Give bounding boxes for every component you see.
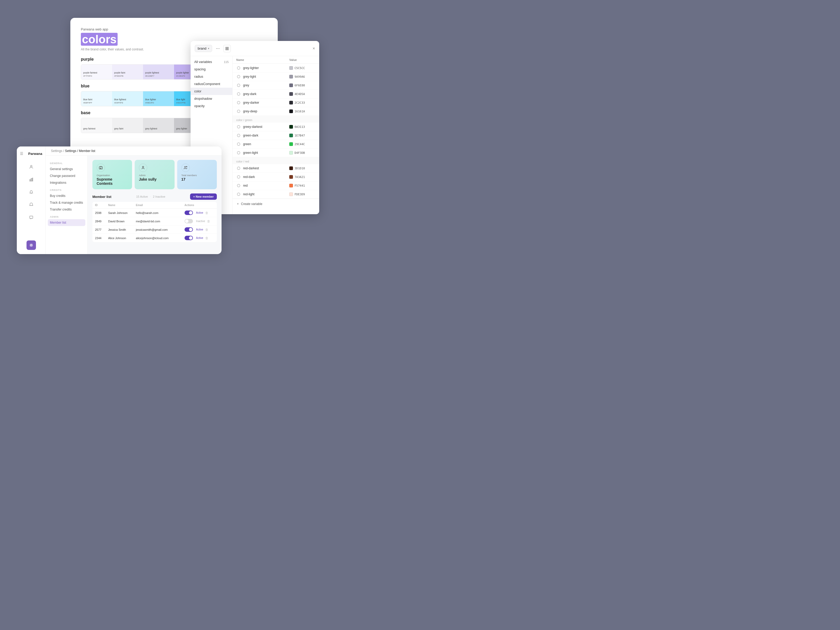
svg-point-11	[237, 134, 240, 137]
swatch-blue-lightest: blue lightest #D9F5FE	[112, 92, 143, 106]
svg-point-23	[30, 245, 32, 246]
vars-row[interactable]: grey 6F6E80	[232, 81, 319, 90]
table-row: 2598 Sarah Johnson hello@sarah.com Activ…	[92, 209, 217, 217]
sidebar-item-all-variables[interactable]: All variables 115	[191, 58, 232, 66]
nav-general-settings[interactable]: General settings	[46, 166, 87, 172]
vars-row[interactable]: grey-deep 16161A	[232, 107, 319, 116]
hamburger-icon[interactable]: ☰	[20, 152, 24, 156]
page-title-text: colors	[81, 33, 118, 46]
sidebar-item-color[interactable]: color	[191, 88, 232, 95]
svg-rect-22	[30, 216, 33, 218]
app-name: Parwana web app	[81, 27, 267, 31]
vars-row[interactable]: red-light FDE3D9	[232, 190, 319, 199]
color-variable-icon	[236, 83, 241, 88]
delete-icon[interactable]: 🗑	[205, 236, 208, 240]
vars-row[interactable]: grey-lighter C5C5CC	[232, 64, 319, 73]
vars-row[interactable]: red-darkest 3D1D10	[232, 164, 319, 173]
sidebar-item-radius[interactable]: radius	[191, 73, 232, 81]
vars-row[interactable]: grey-darker 2C2C33	[232, 98, 319, 107]
svg-rect-21	[32, 178, 33, 181]
vars-row[interactable]: red-dark 7A3A21	[232, 173, 319, 182]
stats-row: Organisation Supreme Contents Admin Jake…	[92, 160, 217, 189]
table-row: 2849 David Brown me@david-bd.com Inactiv…	[92, 217, 217, 226]
vars-row[interactable]: red F57441	[232, 182, 319, 190]
delete-icon[interactable]: 🗑	[205, 211, 208, 215]
svg-point-13	[237, 152, 240, 154]
nav-track-credits[interactable]: Track & manage credits	[46, 199, 87, 206]
nav-integrations[interactable]: Integrations	[46, 179, 87, 186]
toggle-inactive[interactable]	[185, 219, 193, 223]
color-variable-icon	[236, 175, 241, 179]
svg-point-7	[237, 93, 240, 96]
vars-row[interactable]: green 29C44C	[232, 140, 319, 148]
vars-brand-dropdown[interactable]: brand ▾	[195, 45, 212, 52]
nav-transfer-credits[interactable]: Transfer credits	[46, 206, 87, 213]
svg-point-10	[237, 125, 240, 128]
settings-icon-sidebar: ☰ Parwana	[17, 147, 46, 254]
color-variable-icon	[236, 150, 241, 155]
color-variable-icon	[236, 166, 241, 171]
color-swatch-dot	[289, 101, 293, 104]
nav-icon-settings[interactable]	[27, 240, 36, 250]
col-spacer	[176, 202, 182, 209]
vars-more-icon[interactable]: ···	[214, 45, 221, 52]
vars-row[interactable]: grey-dark 4E4D5A	[232, 90, 319, 98]
org-icon	[96, 164, 105, 172]
member-list-header: Member list 15 Active · 2 Inactive + New…	[92, 193, 217, 200]
nav-icon-message[interactable]	[27, 213, 36, 222]
svg-rect-2	[226, 49, 227, 50]
page-title: colors	[81, 33, 118, 46]
nav-member-list[interactable]: Member list	[48, 219, 85, 226]
nav-icon-profile[interactable]	[27, 162, 36, 172]
settings-content: GENERAL General settings Change password…	[46, 156, 221, 254]
svg-point-6	[237, 84, 240, 87]
members-icon	[182, 164, 190, 172]
svg-point-9	[237, 110, 240, 113]
create-variable-button[interactable]: ＋ Create variable	[232, 199, 319, 209]
col-name: Name	[106, 202, 133, 209]
vars-group-red: color / red	[232, 157, 319, 164]
sidebar-item-radiuscomponent[interactable]: radiusComponent	[191, 81, 232, 88]
toggle-active[interactable]	[185, 210, 193, 215]
swatch-blue-faint: blue faint #EBF9FF	[81, 92, 112, 106]
vars-row[interactable]: green-light D4F3DB	[232, 148, 319, 157]
delete-icon[interactable]: 🗑	[207, 219, 210, 223]
color-variable-icon	[236, 109, 241, 114]
swatch-purple-faint: purple faint #F0EDFB	[112, 65, 143, 79]
breadcrumb: Settings / Settings / Member list	[46, 147, 221, 156]
swatch-blue-lighter: blue lighter #99E3FD	[143, 92, 174, 106]
delete-icon[interactable]: 🗑	[205, 228, 208, 232]
nav-icon-bell[interactable]	[27, 200, 36, 210]
vars-row[interactable]: green-dark 1E7B47	[232, 131, 319, 140]
svg-point-26	[185, 166, 186, 167]
color-variable-icon	[236, 192, 241, 197]
vars-content: Name Value grey-lighter C5C5CC grey-ligh…	[232, 56, 319, 214]
toggle-active[interactable]	[185, 236, 193, 240]
color-swatch-dot	[289, 66, 293, 70]
svg-point-12	[237, 143, 240, 146]
svg-point-14	[237, 167, 240, 170]
nav-buy-credits[interactable]: Buy credits	[46, 193, 87, 199]
nav-icon-analytics[interactable]	[27, 175, 36, 184]
table-row: 2577 Jessica Smith jessicasmith@gmail.co…	[92, 226, 217, 234]
vars-row[interactable]: greey-darkest 0A3113	[232, 123, 319, 131]
color-swatch-dot	[289, 125, 293, 129]
new-member-button[interactable]: + New member	[190, 193, 217, 200]
nav-icon-notifications[interactable]	[27, 188, 36, 197]
nav-change-password[interactable]: Change password	[46, 172, 87, 179]
swatch-grey-faintest: grey faintest	[81, 118, 112, 133]
color-variable-icon	[236, 125, 241, 129]
sidebar-item-spacing[interactable]: spacing	[191, 66, 232, 73]
vars-row[interactable]: grey-light 9A99A6	[232, 73, 319, 81]
svg-rect-0	[226, 47, 227, 48]
sidebar-item-dropshadow[interactable]: dropshadow	[191, 95, 232, 103]
close-icon[interactable]: ×	[313, 46, 315, 51]
member-table: ID Name Email Actions 2598 Sarah Johnson…	[92, 202, 217, 242]
admin-icon	[139, 164, 147, 172]
col-email: Email	[133, 202, 176, 209]
sidebar-item-opacity[interactable]: opacity	[191, 103, 232, 110]
swatch-grey-lightest: grey lightest	[143, 118, 174, 133]
toggle-active[interactable]	[185, 227, 193, 232]
color-swatch-dot	[289, 184, 293, 188]
vars-grid-icon[interactable]	[223, 45, 231, 52]
